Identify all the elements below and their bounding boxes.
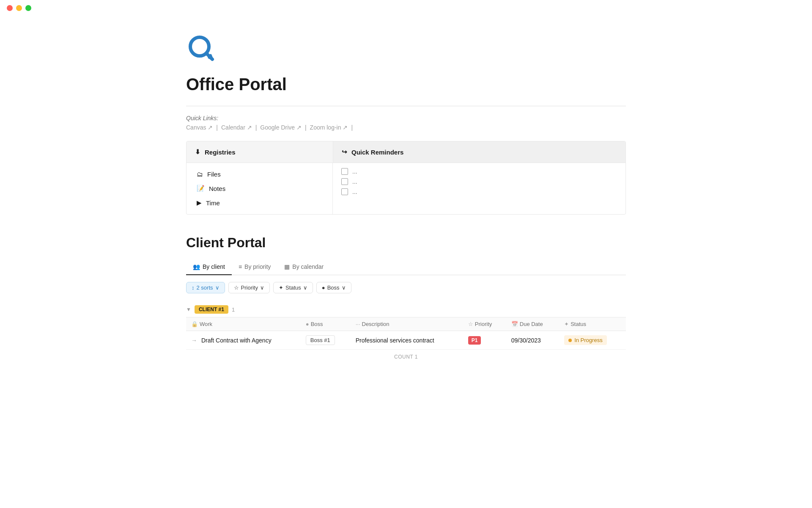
sorts-chevron-icon: ∨ <box>215 284 219 291</box>
canvas-link[interactable]: Canvas ↗ <box>186 124 213 131</box>
boss-chevron-icon: ∨ <box>342 284 346 291</box>
reminder-icon: ↪ <box>342 148 347 156</box>
maximize-button[interactable] <box>25 5 31 11</box>
td-work: → Draft Contract with Agency <box>186 331 301 350</box>
files-label: Files <box>207 171 221 178</box>
tabs-row: 👥 By client ≡ By priority ▦ By calendar <box>186 259 626 275</box>
reminders-body: ... ... ... <box>333 163 625 214</box>
time-nav-item[interactable]: ▶ Time <box>195 196 324 209</box>
tab-by-client[interactable]: 👥 By client <box>186 259 232 275</box>
th-work: 🔒Work <box>186 318 301 331</box>
priority-th-icon: ☆ <box>468 321 473 327</box>
table-header-row: 🔒Work ●Boss ···Description ☆Priority 📅Du… <box>186 318 626 331</box>
priority-badge[interactable]: P1 <box>468 336 481 345</box>
th-status: ✦Status <box>559 318 626 331</box>
work-th-icon: 🔒 <box>191 321 198 327</box>
client-group-header: ▼ CLIENT #1 1 <box>186 302 626 317</box>
page-title: Office Portal <box>186 75 626 94</box>
sep4: | <box>351 124 353 131</box>
zoom-link[interactable]: Zoom log-in ↗ <box>310 124 348 131</box>
boss-filter-label: Boss <box>327 284 340 291</box>
title-bar <box>0 0 812 16</box>
priority-filter-label: Priority <box>241 284 258 291</box>
td-description: Professional services contract <box>351 331 463 350</box>
reminder-item-1: ... <box>341 168 617 175</box>
reminder-text-2: ... <box>352 178 357 185</box>
notes-icon: 📝 <box>197 185 205 192</box>
calendar-link[interactable]: Calendar ↗ <box>221 124 252 131</box>
boss-th-icon: ● <box>306 321 309 327</box>
reminder-item-2: ... <box>341 178 617 185</box>
table-row: → Draft Contract with Agency Boss #1 Pro… <box>186 331 626 350</box>
close-button[interactable] <box>7 5 13 11</box>
description-text: Professional services contract <box>356 337 434 344</box>
notes-nav-item[interactable]: 📝 Notes <box>195 182 324 195</box>
registries-body: 🗂 Files 📝 Notes ▶ Time <box>187 163 333 214</box>
client-badge: CLIENT #1 <box>195 305 228 314</box>
count-row: COUNT 1 <box>186 350 626 364</box>
quick-links-row: Canvas ↗ | Calendar ↗ | Google Drive ↗ |… <box>186 124 626 131</box>
td-status: In Progress <box>559 331 626 350</box>
th-boss: ●Boss <box>301 318 351 331</box>
by-calendar-label: By calendar <box>292 263 324 270</box>
reminder-text-1: ... <box>352 168 357 175</box>
client-portal-title: Client Portal <box>186 235 626 251</box>
boss-badge[interactable]: Boss #1 <box>306 335 335 345</box>
status-chevron-icon: ∨ <box>303 284 307 291</box>
reminder-item-3: ... <box>341 188 617 195</box>
th-due-date: 📅Due Date <box>506 318 559 331</box>
status-badge[interactable]: In Progress <box>564 335 606 345</box>
reminders-header: ↪ Quick Reminders <box>333 141 625 163</box>
sep2: | <box>255 124 257 131</box>
boss-filter-icon: ● <box>322 284 325 291</box>
status-filter-button[interactable]: ✦ Status ∨ <box>273 282 313 293</box>
filter-bar: ↕ 2 sorts ∨ ☆ Priority ∨ ✦ Status ∨ ● Bo… <box>186 282 626 293</box>
td-boss: Boss #1 <box>301 331 351 350</box>
reminder-checkbox-2[interactable] <box>341 178 348 185</box>
client-data-table: 🔒Work ●Boss ···Description ☆Priority 📅Du… <box>186 317 626 350</box>
td-due-date: 09/30/2023 <box>506 331 559 350</box>
registries-header: ⬇ Registries <box>187 141 333 163</box>
time-label: Time <box>206 199 220 207</box>
logo-container <box>186 33 626 65</box>
time-icon: ▶ <box>197 199 202 207</box>
tab-by-priority[interactable]: ≡ By priority <box>232 259 277 275</box>
by-priority-icon: ≡ <box>239 263 242 270</box>
by-client-label: By client <box>203 263 225 270</box>
status-text: In Progress <box>574 337 602 343</box>
sorts-icon: ↕ <box>192 284 195 291</box>
tab-by-calendar[interactable]: ▦ By calendar <box>277 259 330 275</box>
by-client-icon: 👥 <box>193 263 200 270</box>
count-label: COUNT <box>394 354 413 360</box>
status-filter-label: Status <box>285 284 301 291</box>
work-name[interactable]: Draft Contract with Agency <box>201 337 272 344</box>
quick-links-label: Quick Links: <box>186 115 626 121</box>
quick-links-section: Quick Links: Canvas ↗ | Calendar ↗ | Goo… <box>186 115 626 131</box>
due-date-text: 09/30/2023 <box>511 337 541 344</box>
th-priority: ☆Priority <box>463 318 506 331</box>
divider <box>186 106 626 106</box>
registries-reminders-grid: ⬇ Registries ↪ Quick Reminders 🗂 Files 📝… <box>186 141 626 215</box>
priority-filter-button[interactable]: ☆ Priority ∨ <box>228 282 270 293</box>
td-priority: P1 <box>463 331 506 350</box>
sorts-label: 2 sorts <box>197 284 213 291</box>
minimize-button[interactable] <box>16 5 22 11</box>
sep3: | <box>305 124 307 131</box>
count-value: 1 <box>415 354 418 360</box>
by-calendar-icon: ▦ <box>284 263 290 270</box>
desc-th-icon: ··· <box>356 321 360 327</box>
sorts-button[interactable]: ↕ 2 sorts ∨ <box>186 282 225 293</box>
reminder-checkbox-3[interactable] <box>341 188 348 195</box>
registries-header-label: Registries <box>205 149 236 156</box>
main-content: Office Portal Quick Links: Canvas ↗ | Ca… <box>152 16 660 401</box>
by-priority-label: By priority <box>244 263 271 270</box>
reminder-checkbox-1[interactable] <box>341 168 348 175</box>
files-icon: 🗂 <box>197 171 203 178</box>
boss-filter-button[interactable]: ● Boss ∨ <box>316 282 351 293</box>
reminders-header-label: Quick Reminders <box>351 149 403 156</box>
row-arrow-icon: → <box>191 337 197 344</box>
google-drive-link[interactable]: Google Drive ↗ <box>260 124 302 131</box>
client-count: 1 <box>232 306 235 313</box>
collapse-arrow[interactable]: ▼ <box>186 306 191 312</box>
files-nav-item[interactable]: 🗂 Files <box>195 168 324 180</box>
